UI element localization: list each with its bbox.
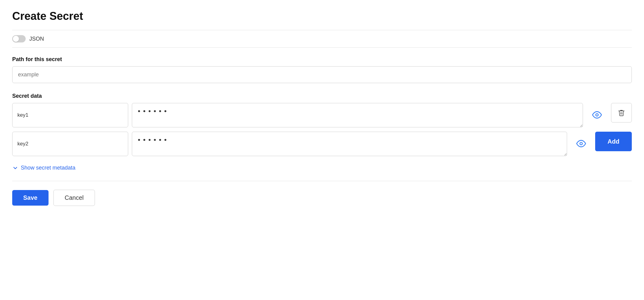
path-section: Path for this secret bbox=[12, 56, 632, 83]
page-title: Create Secret bbox=[12, 10, 632, 23]
eye-button-1[interactable] bbox=[592, 110, 602, 121]
cancel-button[interactable]: Cancel bbox=[53, 190, 95, 206]
footer-divider bbox=[12, 181, 632, 181]
svg-point-0 bbox=[596, 114, 598, 116]
add-button[interactable]: Add bbox=[595, 132, 632, 151]
json-toggle-label: JSON bbox=[29, 36, 44, 42]
secret-data-label: Secret data bbox=[12, 93, 632, 99]
secret-data-section: Secret data •••••• •••••• bbox=[12, 93, 632, 156]
eye-btn-container-2 bbox=[571, 132, 592, 156]
secret-row-1: •••••• bbox=[12, 103, 632, 127]
json-toggle-switch[interactable] bbox=[12, 35, 26, 42]
eye-btn-container-1 bbox=[587, 103, 607, 127]
secret-row-2: •••••• Add bbox=[12, 132, 632, 156]
value-textarea-2[interactable]: •••••• bbox=[132, 132, 567, 156]
path-input[interactable] bbox=[12, 66, 632, 83]
chevron-down-icon bbox=[12, 165, 18, 171]
key-input-2[interactable] bbox=[12, 132, 128, 156]
path-section-label: Path for this secret bbox=[12, 56, 632, 63]
delete-button-1[interactable] bbox=[611, 103, 632, 123]
json-toggle-bar: JSON bbox=[12, 30, 632, 48]
svg-point-1 bbox=[580, 142, 582, 145]
value-textarea-1[interactable]: •••••• bbox=[132, 103, 583, 127]
show-metadata-label: Show secret metadata bbox=[21, 165, 75, 171]
show-metadata-toggle[interactable]: Show secret metadata bbox=[12, 165, 75, 171]
footer-actions: Save Cancel bbox=[12, 190, 632, 206]
save-button[interactable]: Save bbox=[12, 190, 49, 206]
key-input-1[interactable] bbox=[12, 103, 128, 127]
eye-button-2[interactable] bbox=[576, 139, 586, 149]
